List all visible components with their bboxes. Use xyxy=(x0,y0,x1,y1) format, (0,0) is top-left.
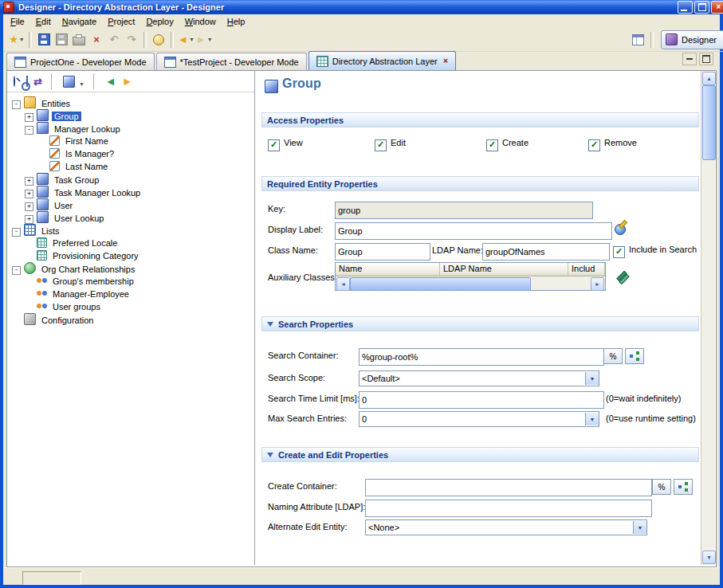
chevron-down-icon[interactable]: ▼ xyxy=(79,81,84,87)
display-label-input[interactable] xyxy=(335,222,612,240)
create-container-input[interactable] xyxy=(365,479,652,496)
minimize-button[interactable] xyxy=(678,1,693,14)
search-scope-combo[interactable]: <Default> ▼ xyxy=(359,370,599,386)
search-container-browse-button[interactable] xyxy=(625,348,644,364)
section-search-properties[interactable]: Search Properties xyxy=(261,316,699,331)
tree-item-is-manager[interactable]: Is Manager? xyxy=(7,147,254,160)
save-button[interactable] xyxy=(36,31,52,49)
search-container-input[interactable] xyxy=(359,348,604,366)
browse-entities-button[interactable] xyxy=(14,76,15,86)
collapse-icon[interactable] xyxy=(267,322,273,327)
tree-item-user[interactable]: +User xyxy=(7,198,254,211)
expander-icon[interactable]: + xyxy=(25,177,33,186)
scrollbar-thumb[interactable] xyxy=(350,277,531,291)
expander-icon[interactable]: + xyxy=(25,215,33,224)
naming-attribute-input[interactable] xyxy=(365,500,652,517)
scroll-up-button[interactable]: ▲ xyxy=(702,72,716,85)
tree-item-configuration[interactable]: Configuration xyxy=(7,313,254,326)
tab-directory-abstraction-layer[interactable]: Directory Abstraction Layer × xyxy=(308,51,457,70)
tree-item-group[interactable]: +Group xyxy=(7,109,254,122)
scroll-left-button[interactable]: ◄ xyxy=(336,277,350,291)
tab-testproject[interactable]: *TestProject - Developer Mode xyxy=(156,53,307,70)
chevron-down-icon[interactable]: ▼ xyxy=(189,37,195,42)
expander-icon[interactable]: - xyxy=(12,228,21,237)
ldap-name-input[interactable] xyxy=(482,243,610,261)
tree-item-first-name[interactable]: First Name xyxy=(7,135,254,147)
save-all-button[interactable] xyxy=(53,31,69,49)
include-in-search-checkbox[interactable]: ✓ xyxy=(613,246,625,258)
swap-view-button[interactable]: ⇄ xyxy=(33,76,42,87)
scrollbar-thumb[interactable] xyxy=(702,85,716,160)
aux-col-name[interactable]: Name xyxy=(336,263,440,276)
search-container-variable-button[interactable]: % xyxy=(603,348,623,364)
create-checkbox[interactable]: ✓ xyxy=(486,139,498,151)
tree-item-provisioning-category[interactable]: Provisioning Category xyxy=(7,249,254,262)
tree-item-manager-lookup[interactable]: -Manager Lookup xyxy=(7,122,254,135)
undo-button[interactable]: ↶ xyxy=(106,31,122,49)
menu-edit[interactable]: Edit xyxy=(30,15,57,28)
search-time-limit-input[interactable] xyxy=(359,391,604,409)
key-input[interactable] xyxy=(335,202,593,219)
menu-project[interactable]: Project xyxy=(102,15,140,28)
tree-item-groups-membership[interactable]: Group's membership xyxy=(7,275,254,288)
title-bar[interactable]: Designer - Directory Abstraction Layer -… xyxy=(0,0,723,14)
chevron-down-icon[interactable]: ▼ xyxy=(633,521,646,534)
tree-forward-button[interactable]: ► xyxy=(122,76,133,87)
create-container-browse-button[interactable] xyxy=(674,479,693,495)
edit-auxiliary-classes-button[interactable] xyxy=(614,269,630,284)
view-checkbox[interactable]: ✓ xyxy=(268,139,280,151)
tree-item-last-name[interactable]: Last Name xyxy=(7,160,254,173)
tree-item-lists[interactable]: -Lists xyxy=(7,224,254,237)
print-button[interactable] xyxy=(71,31,87,49)
menu-window[interactable]: Window xyxy=(179,15,222,28)
last-edit-location-button[interactable] xyxy=(151,31,167,49)
tree-item-task-group[interactable]: +Task Group xyxy=(7,173,254,186)
close-button[interactable]: × xyxy=(711,1,723,14)
chevron-down-icon[interactable]: ▼ xyxy=(585,413,599,425)
tree-item-manager-employee[interactable]: Manager-Employee xyxy=(7,288,254,300)
tab-close-icon[interactable]: × xyxy=(443,57,448,65)
collapse-icon[interactable] xyxy=(267,453,273,457)
expander-icon[interactable]: + xyxy=(25,190,33,198)
delete-button[interactable]: × xyxy=(88,31,104,49)
horizontal-scrollbar[interactable]: ◄ ► xyxy=(336,276,605,290)
localize-display-label-button[interactable] xyxy=(612,222,628,237)
menu-navigate[interactable]: Navigate xyxy=(57,15,102,28)
max-search-entries-combo[interactable]: 0 ▼ xyxy=(359,411,599,427)
tree-item-task-manager-lookup[interactable]: +Task Manager Lookup xyxy=(7,186,254,198)
minimize-view-button[interactable] xyxy=(682,53,697,65)
expander-icon[interactable]: + xyxy=(25,113,33,122)
aux-col-include[interactable]: Includ xyxy=(568,263,605,276)
chevron-down-icon[interactable]: ▼ xyxy=(207,37,213,42)
maximize-button[interactable] xyxy=(694,1,709,14)
tree-item-preferred-locale[interactable]: Preferred Locale xyxy=(7,237,254,249)
expander-icon[interactable]: + xyxy=(25,202,33,211)
create-container-variable-button[interactable]: % xyxy=(652,479,671,495)
perspective-designer-button[interactable]: Designer xyxy=(661,30,723,49)
auxiliary-classes-table[interactable]: Name LDAP Name Includ ◄ ► xyxy=(335,262,606,291)
back-button[interactable]: ◄▼ xyxy=(178,31,195,49)
vertical-scrollbar[interactable]: ▲ ▼ xyxy=(701,71,715,565)
menu-help[interactable]: Help xyxy=(222,15,251,28)
chevron-down-icon[interactable]: ▼ xyxy=(19,37,25,42)
section-create-edit-properties[interactable]: Create and Edit Properties xyxy=(261,447,699,462)
menu-file[interactable]: File xyxy=(5,15,30,28)
new-artifact-button[interactable]: ★▼ xyxy=(9,31,25,49)
aux-col-ldap-name[interactable]: LDAP Name xyxy=(440,263,568,276)
scroll-down-button[interactable]: ▼ xyxy=(702,551,716,564)
chevron-down-icon[interactable]: ▼ xyxy=(585,372,599,385)
redo-button[interactable]: ↷ xyxy=(124,31,139,49)
expander-icon[interactable]: - xyxy=(12,100,21,109)
expander-icon[interactable]: - xyxy=(12,266,21,275)
expander-icon[interactable]: - xyxy=(25,126,33,135)
remove-checkbox[interactable]: ✓ xyxy=(588,139,600,151)
tab-projectone[interactable]: ProjectOne - Developer Mode xyxy=(6,53,155,70)
edit-checkbox[interactable]: ✓ xyxy=(375,139,387,151)
tree-item-org-chart-relationships[interactable]: -Org Chart Relationships xyxy=(7,262,254,275)
tree-back-button[interactable]: ◄ xyxy=(105,76,116,87)
tree-item-user-groups[interactable]: User groups xyxy=(7,300,254,313)
class-name-input[interactable] xyxy=(335,243,430,261)
maximize-view-button[interactable] xyxy=(699,53,713,65)
new-entity-button[interactable]: ▼ xyxy=(63,76,84,88)
menu-deploy[interactable]: Deploy xyxy=(140,15,179,28)
